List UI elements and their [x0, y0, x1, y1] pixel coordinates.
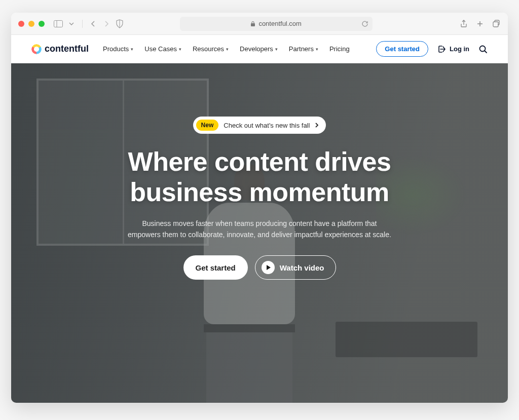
site-navigation: contentful Products▾ Use Cases▾ Resource… [11, 35, 508, 63]
maximize-window-button[interactable] [39, 21, 45, 27]
watch-video-label: Watch video [280, 263, 324, 272]
hero-section: New Check out what's new this fall Where… [11, 63, 508, 403]
svg-rect-0 [54, 20, 63, 27]
browser-toolbar: contentful.com [11, 13, 508, 35]
watch-video-button[interactable]: Watch video [255, 255, 336, 280]
announcement-text: Check out what's new this fall [224, 122, 310, 129]
new-tab-icon[interactable] [475, 19, 485, 28]
search-button[interactable] [478, 45, 488, 54]
nav-item-pricing[interactable]: Pricing [329, 45, 350, 53]
chevron-down-icon: ▾ [316, 47, 318, 52]
brand-logo[interactable]: contentful [31, 44, 89, 54]
logo-mark-icon [31, 44, 42, 54]
reload-button[interactable] [361, 20, 368, 27]
window-controls [18, 21, 45, 27]
hero-headline: Where content drives business momentum [128, 147, 391, 208]
svg-point-4 [480, 46, 486, 51]
divider [82, 20, 83, 28]
svg-line-5 [485, 51, 487, 53]
share-icon[interactable] [459, 19, 468, 28]
nav-item-products[interactable]: Products▾ [103, 45, 133, 53]
play-icon [262, 261, 275, 274]
login-icon [437, 45, 447, 54]
hero-subhead: Business moves faster when teams produci… [128, 218, 391, 241]
login-label: Log in [450, 45, 469, 53]
announcement-pill[interactable]: New Check out what's new this fall [193, 117, 326, 134]
url-text: contentful.com [258, 20, 302, 27]
minimize-window-button[interactable] [28, 21, 34, 27]
chevron-down-icon: ▾ [131, 47, 133, 52]
lock-icon [250, 21, 255, 27]
hero-get-started-button[interactable]: Get started [183, 255, 248, 280]
privacy-shield-icon[interactable] [115, 19, 124, 28]
chevron-down-icon: ▾ [275, 47, 278, 52]
back-button[interactable] [89, 19, 98, 28]
nav-item-partners[interactable]: Partners▾ [289, 45, 318, 53]
chevron-down-icon: ▾ [179, 47, 181, 52]
chevron-down-icon[interactable] [67, 19, 76, 28]
svg-rect-2 [251, 23, 255, 26]
nav-item-use-cases[interactable]: Use Cases▾ [144, 45, 181, 53]
nav-item-developers[interactable]: Developers▾ [240, 45, 278, 53]
login-link[interactable]: Log in [437, 45, 469, 54]
tabs-overview-icon[interactable] [492, 19, 501, 28]
search-icon [478, 45, 488, 54]
browser-window: contentful.com contentful Products▾ Use … [11, 13, 508, 403]
chevron-down-icon: ▾ [226, 47, 229, 52]
new-badge: New [196, 120, 219, 131]
get-started-button[interactable]: Get started [376, 41, 428, 57]
chevron-right-icon [315, 122, 319, 128]
nav-items: Products▾ Use Cases▾ Resources▾ Develope… [103, 45, 350, 53]
brand-name: contentful [45, 44, 89, 54]
svg-rect-3 [493, 22, 498, 27]
close-window-button[interactable] [18, 21, 24, 27]
nav-item-resources[interactable]: Resources▾ [193, 45, 229, 53]
hero-cta-group: Get started Watch video [183, 255, 336, 280]
url-bar[interactable]: contentful.com [180, 17, 373, 31]
sidebar-toggle-icon[interactable] [54, 19, 63, 28]
forward-button[interactable] [102, 19, 111, 28]
